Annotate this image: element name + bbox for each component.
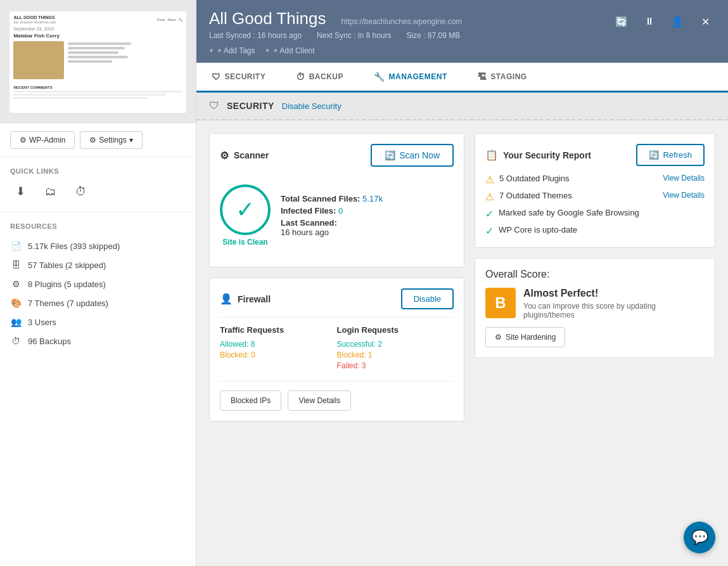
site-hardening-button[interactable]: ⚙ Site Hardening [485, 327, 565, 347]
scanner-circle: ✓ [220, 184, 271, 235]
site-mock-logo: ALL GOOD THINGS Est. whatever WordPress … [13, 15, 56, 24]
disable-security-link[interactable]: Disable Security [282, 101, 342, 111]
score-subtitle: You can improve this score by updating p… [523, 302, 705, 319]
themes-resource[interactable]: 🎨 7 Themes (7 updates) [10, 293, 186, 312]
files-resource[interactable]: 📄 5.17k Files (393 skipped) [10, 236, 186, 255]
security-report-card: 📋 Your Security Report 🔄 Refresh ⚠ 5 [475, 133, 715, 248]
allowed-stat: Allowed: 8 [220, 340, 337, 349]
staging-tab-icon: 🏗 [478, 72, 487, 82]
pause-icon-button[interactable]: ⏸ [639, 11, 660, 32]
check-ok-icon2: ✓ [485, 225, 494, 237]
add-tags-link[interactable]: + + Add Tags [209, 46, 255, 55]
overall-score-card: Overall Score: B Almost Perfect! You can… [475, 258, 715, 358]
tables-resource[interactable]: 🗄 57 Tables (2 skipped) [10, 255, 186, 274]
users-resource[interactable]: 👥 3 Users [10, 312, 186, 331]
blocked-ips-button[interactable]: Blocked IPs [220, 390, 281, 411]
main-content: All Good Things https://beachlunches.wpe… [196, 0, 728, 566]
chat-button[interactable]: 💬 [684, 522, 715, 553]
score-badge: B [485, 288, 516, 318]
add-client-link[interactable]: + + Add Client [265, 46, 315, 55]
folder-quick-link[interactable]: 🗂 [41, 181, 61, 202]
backups-icon: ⏱ [10, 335, 22, 347]
infected-stat: Infected Files: 0 [281, 206, 383, 215]
firewall-card: 👤 Firewall Disable Traffic Requests Allo… [209, 278, 464, 421]
tables-icon: 🗄 [10, 259, 22, 271]
firewall-view-details-button[interactable]: View Details [288, 390, 351, 411]
last-scanned-stat: Last Scanned: 16 hours ago [281, 218, 383, 237]
last-synced: Last Synced : 16 hours ago [209, 31, 302, 40]
firewall-icon: 👤 [220, 293, 233, 305]
content-area: ⚙ Scanner 🔄 Scan Now ✓ [196, 120, 728, 566]
themes-icon: 🎨 [10, 297, 22, 309]
quick-links-section: QUICK LINKS ⬇ 🗂 ⏱ [0, 157, 196, 212]
plus-icon2: + [265, 46, 270, 55]
user-icon-button[interactable]: 👤 [667, 11, 687, 32]
report-items: ⚠ 5 Outdated Plugins View Details ⚠ 7 Ou… [485, 174, 705, 237]
firewall-actions: Blocked IPs View Details [220, 381, 454, 411]
firewall-stats: Traffic Requests Allowed: 8 Blocked: 0 L… [220, 317, 454, 372]
wp-icon: ⚙ [20, 136, 27, 145]
refresh-icon: 🔄 [385, 150, 395, 160]
resources-label: RESOURCES [10, 222, 186, 230]
score-title: Almost Perfect! [523, 288, 705, 299]
download-quick-link[interactable]: ⬇ [10, 181, 30, 202]
left-panel: ⚙ Scanner 🔄 Scan Now ✓ [209, 133, 464, 553]
sidebar-actions: ⚙ WP-Admin ⚙ Settings ▾ [0, 124, 196, 157]
security-bar: 🛡 SECURITY Disable Security [196, 93, 728, 120]
sync-icon-button[interactable]: 🔄 [611, 11, 632, 32]
wp-admin-button[interactable]: ⚙ WP-Admin [10, 131, 75, 149]
chat-icon: 💬 [691, 529, 708, 546]
wp-core-item: ✓ WP Core is upto-date [485, 225, 705, 237]
scanner-title: ⚙ Scanner [220, 150, 269, 162]
check-ok-icon: ✓ [485, 208, 494, 220]
site-url-link[interactable]: https://beachlunches.wpengine.com [342, 17, 463, 26]
backup-tab[interactable]: ⏱ BACKUP [281, 63, 359, 93]
quick-links-label: QUICK LINKS [10, 167, 186, 175]
score-description: Almost Perfect! You can improve this sco… [523, 288, 705, 319]
site-title: All Good Things [209, 9, 326, 29]
themes-view-details-link[interactable]: View Details [663, 191, 705, 200]
failed-stat: Failed: 3 [337, 361, 454, 370]
scanner-card: ⚙ Scanner 🔄 Scan Now ✓ [209, 133, 464, 267]
login-blocked-stat: Blocked: 1 [337, 351, 454, 359]
total-scanned-stat: Total Scanned Files: 5.17k [281, 194, 383, 203]
plugins-view-details-link[interactable]: View Details [663, 174, 705, 183]
scanner-stats: Total Scanned Files: 5.17k Infected File… [281, 194, 383, 237]
post-title: Malabar Fish Curry [13, 33, 182, 39]
staging-tab[interactable]: 🏗 STAGING [463, 63, 542, 93]
login-col: Login Requests Successful: 2 Blocked: 1 … [337, 325, 454, 372]
management-tab[interactable]: 🔧 MANAGEMENT [359, 63, 463, 93]
refresh-button[interactable]: 🔄 Refresh [636, 144, 705, 166]
post-date: September 23, 2019 [13, 27, 182, 31]
backups-resource[interactable]: ⏱ 96 Backups [10, 331, 186, 351]
security-report-title: 📋 Your Security Report [485, 149, 591, 161]
site-preview: ALL GOOD THINGS Est. whatever WordPress … [0, 0, 196, 124]
outdated-plugins-item: ⚠ 5 Outdated Plugins View Details [485, 174, 705, 186]
traffic-col: Traffic Requests Allowed: 8 Blocked: 0 [220, 325, 337, 372]
history-quick-link[interactable]: ⏱ [71, 181, 91, 202]
management-tab-icon: 🔧 [374, 72, 385, 82]
warning-icon: ⚠ [485, 174, 494, 186]
next-sync: Next Sync : in 8 hours [317, 31, 391, 40]
users-icon: 👥 [10, 316, 22, 328]
security-tab-icon: 🛡 [212, 72, 221, 82]
tabs-bar: 🛡 SECURITY ⏱ BACKUP 🔧 MANAGEMENT 🏗 STAGI… [196, 63, 728, 93]
score-content: B Almost Perfect! You can improve this s… [485, 288, 705, 319]
blocked-stat: Blocked: 0 [220, 351, 337, 359]
settings-button[interactable]: ⚙ Settings ▾ [80, 131, 142, 149]
google-safe-item: ✓ Marked safe by Google Safe Browsing [485, 208, 705, 220]
close-icon-button[interactable]: ✕ [695, 11, 715, 32]
security-tab[interactable]: 🛡 SECURITY [196, 63, 281, 93]
site-size: Size : 87.09 MB [407, 31, 461, 40]
quick-links-icons: ⬇ 🗂 ⏱ [10, 181, 186, 202]
scan-now-button[interactable]: 🔄 Scan Now [371, 144, 454, 167]
plugins-resource[interactable]: ⚙ 8 Plugins (5 updates) [10, 274, 186, 293]
firewall-title: 👤 Firewall [220, 293, 271, 305]
refresh-icon2: 🔄 [649, 150, 659, 160]
overall-score-label: Overall Score: [485, 269, 705, 280]
plus-icon: + [209, 46, 214, 55]
security-bar-label: SECURITY [227, 101, 274, 111]
security-bar-icon: 🛡 [209, 100, 219, 112]
firewall-disable-button[interactable]: Disable [401, 288, 454, 309]
site-header: All Good Things https://beachlunches.wpe… [196, 0, 728, 63]
